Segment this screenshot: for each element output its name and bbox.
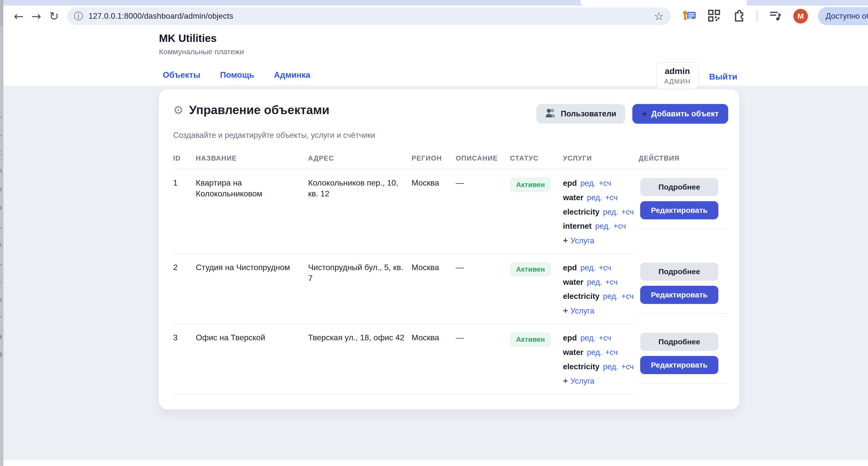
site-info-icon[interactable]: ⓘ [74,10,83,23]
chrome-update-chip[interactable]: Доступно обновление Chro [818,7,868,25]
service-edit-link[interactable]: ред. [580,263,596,272]
add-object-label: Добавить объект [651,109,719,118]
details-button[interactable]: Подробнее [640,263,718,281]
table-row: 1 Квартира на Колокольниковом Колокольни… [173,169,728,254]
service-name: water [563,193,583,202]
cell-description: — [456,177,510,188]
site-header: MK Utilities Коммунальные платежи Объект… [3,27,868,86]
actions-divider [639,383,728,384]
cell-description: — [456,262,510,273]
cell-id: 1 [173,177,196,188]
back-icon[interactable]: ← [10,10,28,22]
service-edit-link[interactable]: ред. [603,362,618,371]
service-edit-link[interactable]: ред. [587,193,602,202]
details-button[interactable]: Подробнее [640,333,718,351]
url-text[interactable]: 127.0.0.1:8000/dashboard/admin/objects [89,11,233,21]
actions-divider [639,229,728,229]
page-background: MK Utilities Коммунальные платежи Объект… [3,27,868,466]
cell-services: epdред.+сч waterред.+сч electricityред.+… [563,262,633,317]
service-add-meter-link[interactable]: +сч [599,333,611,342]
page-title: ⚙ Управление объектами [173,103,330,117]
add-service-plus-icon: + [563,235,568,245]
status-badge: Активен [510,262,551,277]
extensions-icon[interactable] [732,9,746,24]
active-tab-bottom [580,0,747,5]
service-add-meter-link[interactable]: +сч [605,278,618,287]
add-object-button[interactable]: + Добавить объект [632,104,728,124]
service-add-meter-link[interactable]: +сч [621,362,633,371]
service-name: water [563,348,583,357]
cell-name: Студия на Чистопрудном [196,262,308,273]
service-name: epd [563,333,577,342]
add-service-link[interactable]: Услуга [570,307,594,315]
service-edit-link[interactable]: ред. [587,278,602,287]
address-bar[interactable]: ⓘ 127.0.0.1:8000/dashboard/admin/objects… [67,7,671,25]
reload-icon[interactable]: ↻ [45,10,63,22]
users-button-label: Пользователи [561,109,616,118]
row-actions: Подробнее Редактировать [639,169,728,254]
qr-code-icon[interactable] [707,9,721,24]
brand-title: MK Utilities [159,32,244,45]
service-add-meter-link[interactable]: +сч [605,193,618,202]
user-role: АДМИН [664,78,691,85]
media-controls-icon[interactable] [769,9,782,24]
service-add-meter-link[interactable]: +сч [605,348,618,357]
window-bottom-strip [3,460,868,466]
cell-id: 3 [173,332,196,343]
col-id: ID [173,154,196,162]
add-service-plus-icon: + [563,306,568,315]
users-icon [546,108,557,119]
user-name: admin [664,66,691,76]
browser-toolbar: ← → ↻ ⓘ 127.0.0.1:8000/dashboard/admin/o… [3,5,868,27]
service-add-meter-link[interactable]: +сч [599,179,611,187]
nav-admin[interactable]: Админка [274,70,310,80]
page-subtitle: Создавайте и редактируйте объекты, услуг… [173,131,728,140]
password-manager-icon[interactable] [683,9,696,24]
cell-services: epdред.+сч waterред.+сч electricityред.+… [563,177,633,246]
cell-id: 2 [173,262,196,273]
cell-address: Чистопрудный бул., 5, кв. 7 [308,262,411,284]
service-name: water [563,278,583,287]
background-window-sliver-top [0,0,3,27]
edit-button[interactable]: Редактировать [640,201,718,220]
nav-objects[interactable]: Объекты [163,70,200,80]
profile-avatar[interactable]: M [793,9,808,24]
col-region: РЕГИОН [411,154,456,162]
toolbar-separator [757,10,757,22]
service-edit-link[interactable]: ред. [587,348,602,357]
cell-region: Москва [411,262,456,273]
objects-card: ⚙ Управление объектами Пользователи [159,89,739,409]
row-actions: Подробнее Редактировать [639,254,728,324]
service-edit-link[interactable]: ред. [580,179,596,187]
service-name: electricity [563,292,599,301]
edit-button[interactable]: Редактировать [640,356,718,374]
service-edit-link[interactable]: ред. [603,292,618,301]
cell-description: — [456,332,510,343]
service-add-meter-link[interactable]: +сч [621,292,633,301]
plus-icon: + [642,109,647,119]
forward-icon[interactable]: → [28,10,45,22]
cell-address: Тверская ул., 18, офис 42 [308,332,411,343]
col-description: ОПИСАНИЕ [456,154,510,162]
actions-divider [639,313,728,314]
users-button[interactable]: Пользователи [536,104,625,124]
service-edit-link[interactable]: ред. [603,207,618,216]
nav-help[interactable]: Помощь [220,70,254,80]
add-service-link[interactable]: Услуга [570,236,594,245]
service-add-meter-link[interactable]: +сч [599,263,611,272]
add-service-plus-icon: + [563,376,568,385]
add-service-link[interactable]: Услуга [570,377,594,385]
background-window-text-fragments: L L t m n o L s L t e r a H [0,106,3,364]
service-name: electricity [563,207,599,216]
service-add-meter-link[interactable]: +сч [613,222,626,231]
table-row: 3 Офис на Тверской Тверская ул., 18, офи… [173,324,728,394]
service-edit-link[interactable]: ред. [580,333,596,342]
logout-link[interactable]: Выйти [709,72,737,82]
user-badge: admin АДМИН [656,62,699,89]
bookmark-star-icon[interactable]: ☆ [654,10,664,23]
details-button[interactable]: Подробнее [640,178,718,196]
cell-name: Квартира на Колокольниковом [196,177,308,199]
service-add-meter-link[interactable]: +сч [621,207,633,216]
service-edit-link[interactable]: ред. [595,222,611,231]
edit-button[interactable]: Редактировать [640,286,718,304]
